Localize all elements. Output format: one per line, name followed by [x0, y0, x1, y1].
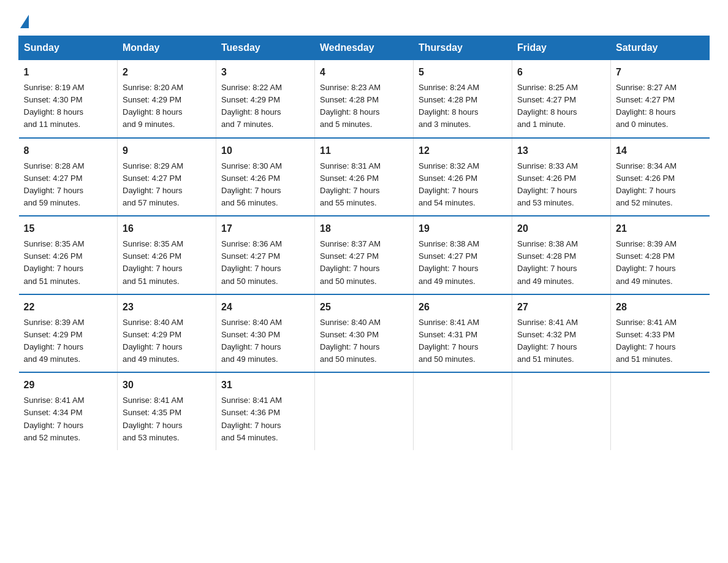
day-number: 23 — [123, 300, 211, 315]
day-info: Sunrise: 8:41 AMSunset: 4:35 PMDaylight:… — [123, 394, 211, 444]
week-row-2: 8Sunrise: 8:28 AMSunset: 4:27 PMDaylight… — [19, 138, 710, 216]
day-number: 17 — [221, 221, 309, 236]
day-info: Sunrise: 8:41 AMSunset: 4:33 PMDaylight:… — [616, 316, 705, 366]
calendar-cell: 24Sunrise: 8:40 AMSunset: 4:30 PMDayligh… — [216, 294, 315, 373]
calendar-cell: 11Sunrise: 8:31 AMSunset: 4:26 PMDayligh… — [315, 138, 414, 216]
day-info: Sunrise: 8:25 AMSunset: 4:27 PMDaylight:… — [517, 82, 605, 131]
calendar-cell: 19Sunrise: 8:38 AMSunset: 4:27 PMDayligh… — [414, 216, 512, 294]
day-info: Sunrise: 8:40 AMSunset: 4:30 PMDaylight:… — [221, 316, 309, 366]
day-number: 6 — [517, 65, 605, 80]
day-info: Sunrise: 8:20 AMSunset: 4:29 PMDaylight:… — [123, 82, 211, 131]
day-number: 2 — [123, 65, 211, 80]
calendar-cell: 30Sunrise: 8:41 AMSunset: 4:35 PMDayligh… — [118, 372, 216, 450]
day-info: Sunrise: 8:31 AMSunset: 4:26 PMDaylight:… — [320, 160, 408, 210]
weekday-header-friday: Friday — [512, 36, 611, 60]
calendar-cell: 16Sunrise: 8:35 AMSunset: 4:26 PMDayligh… — [118, 216, 216, 294]
calendar-cell: 26Sunrise: 8:41 AMSunset: 4:31 PMDayligh… — [414, 294, 512, 373]
day-number: 24 — [221, 300, 309, 315]
calendar-cell: 27Sunrise: 8:41 AMSunset: 4:32 PMDayligh… — [512, 294, 611, 373]
day-info: Sunrise: 8:28 AMSunset: 4:27 PMDaylight:… — [24, 160, 113, 210]
calendar-cell: 7Sunrise: 8:27 AMSunset: 4:27 PMDaylight… — [611, 60, 710, 138]
calendar-cell: 28Sunrise: 8:41 AMSunset: 4:33 PMDayligh… — [611, 294, 710, 373]
week-row-4: 22Sunrise: 8:39 AMSunset: 4:29 PMDayligh… — [19, 294, 710, 373]
day-info: Sunrise: 8:35 AMSunset: 4:26 PMDaylight:… — [123, 238, 211, 288]
day-number: 19 — [419, 221, 507, 236]
day-number: 1 — [24, 65, 113, 80]
day-info: Sunrise: 8:38 AMSunset: 4:27 PMDaylight:… — [419, 238, 507, 288]
weekday-header-wednesday: Wednesday — [315, 36, 414, 60]
day-number: 15 — [24, 221, 113, 236]
day-info: Sunrise: 8:30 AMSunset: 4:26 PMDaylight:… — [221, 160, 309, 210]
weekday-header-row: SundayMondayTuesdayWednesdayThursdayFrid… — [19, 36, 710, 60]
day-number: 11 — [320, 144, 408, 158]
day-info: Sunrise: 8:38 AMSunset: 4:28 PMDaylight:… — [517, 238, 605, 288]
calendar-cell: 13Sunrise: 8:33 AMSunset: 4:26 PMDayligh… — [512, 138, 611, 216]
day-number: 13 — [517, 144, 605, 158]
calendar-cell: 2Sunrise: 8:20 AMSunset: 4:29 PMDaylight… — [118, 60, 216, 138]
calendar-cell — [414, 372, 512, 450]
day-number: 4 — [320, 65, 408, 80]
weekday-header-saturday: Saturday — [611, 36, 710, 60]
logo — [18, 12, 29, 26]
calendar-cell: 12Sunrise: 8:32 AMSunset: 4:26 PMDayligh… — [414, 138, 512, 216]
week-row-5: 29Sunrise: 8:41 AMSunset: 4:34 PMDayligh… — [19, 372, 710, 450]
day-info: Sunrise: 8:40 AMSunset: 4:29 PMDaylight:… — [123, 316, 211, 366]
day-info: Sunrise: 8:37 AMSunset: 4:27 PMDaylight:… — [320, 238, 408, 288]
day-number: 8 — [24, 144, 113, 158]
day-info: Sunrise: 8:40 AMSunset: 4:30 PMDaylight:… — [320, 316, 408, 366]
calendar-cell: 21Sunrise: 8:39 AMSunset: 4:28 PMDayligh… — [611, 216, 710, 294]
calendar-cell: 1Sunrise: 8:19 AMSunset: 4:30 PMDaylight… — [19, 60, 118, 138]
day-info: Sunrise: 8:41 AMSunset: 4:36 PMDaylight:… — [221, 394, 309, 444]
page-header — [18, 12, 710, 26]
day-info: Sunrise: 8:32 AMSunset: 4:26 PMDaylight:… — [419, 160, 507, 210]
calendar-cell: 22Sunrise: 8:39 AMSunset: 4:29 PMDayligh… — [19, 294, 118, 373]
day-number: 18 — [320, 221, 408, 236]
day-info: Sunrise: 8:41 AMSunset: 4:31 PMDaylight:… — [419, 316, 507, 366]
calendar-cell: 18Sunrise: 8:37 AMSunset: 4:27 PMDayligh… — [315, 216, 414, 294]
day-info: Sunrise: 8:41 AMSunset: 4:32 PMDaylight:… — [517, 316, 605, 366]
day-info: Sunrise: 8:41 AMSunset: 4:34 PMDaylight:… — [24, 394, 113, 444]
calendar-cell: 15Sunrise: 8:35 AMSunset: 4:26 PMDayligh… — [19, 216, 118, 294]
calendar-cell: 6Sunrise: 8:25 AMSunset: 4:27 PMDaylight… — [512, 60, 611, 138]
day-number: 27 — [517, 300, 605, 315]
calendar-cell: 3Sunrise: 8:22 AMSunset: 4:29 PMDaylight… — [216, 60, 315, 138]
calendar-cell: 8Sunrise: 8:28 AMSunset: 4:27 PMDaylight… — [19, 138, 118, 216]
day-number: 29 — [24, 378, 113, 393]
calendar-cell: 20Sunrise: 8:38 AMSunset: 4:28 PMDayligh… — [512, 216, 611, 294]
day-info: Sunrise: 8:27 AMSunset: 4:27 PMDaylight:… — [616, 82, 705, 131]
day-info: Sunrise: 8:39 AMSunset: 4:28 PMDaylight:… — [616, 238, 705, 288]
day-number: 5 — [419, 65, 507, 80]
day-number: 30 — [123, 378, 211, 393]
logo-arrow-icon — [20, 15, 29, 28]
calendar-cell: 17Sunrise: 8:36 AMSunset: 4:27 PMDayligh… — [216, 216, 315, 294]
weekday-header-sunday: Sunday — [19, 36, 118, 60]
day-info: Sunrise: 8:35 AMSunset: 4:26 PMDaylight:… — [24, 238, 113, 288]
day-number: 12 — [419, 144, 507, 158]
calendar-cell — [611, 372, 710, 450]
day-info: Sunrise: 8:29 AMSunset: 4:27 PMDaylight:… — [123, 160, 211, 210]
day-number: 25 — [320, 300, 408, 315]
calendar-cell: 14Sunrise: 8:34 AMSunset: 4:26 PMDayligh… — [611, 138, 710, 216]
weekday-header-monday: Monday — [118, 36, 216, 60]
calendar-cell: 5Sunrise: 8:24 AMSunset: 4:28 PMDaylight… — [414, 60, 512, 138]
day-number: 31 — [221, 378, 309, 393]
day-number: 7 — [616, 65, 705, 80]
week-row-3: 15Sunrise: 8:35 AMSunset: 4:26 PMDayligh… — [19, 216, 710, 294]
calendar-table: SundayMondayTuesdayWednesdayThursdayFrid… — [18, 36, 710, 450]
day-number: 3 — [221, 65, 309, 80]
day-info: Sunrise: 8:23 AMSunset: 4:28 PMDaylight:… — [320, 82, 408, 131]
day-info: Sunrise: 8:33 AMSunset: 4:26 PMDaylight:… — [517, 160, 605, 210]
day-info: Sunrise: 8:39 AMSunset: 4:29 PMDaylight:… — [24, 316, 113, 366]
weekday-header-tuesday: Tuesday — [216, 36, 315, 60]
day-number: 22 — [24, 300, 113, 315]
day-info: Sunrise: 8:19 AMSunset: 4:30 PMDaylight:… — [24, 82, 113, 131]
day-number: 26 — [419, 300, 507, 315]
day-info: Sunrise: 8:22 AMSunset: 4:29 PMDaylight:… — [221, 82, 309, 131]
weekday-header-thursday: Thursday — [414, 36, 512, 60]
calendar-cell: 4Sunrise: 8:23 AMSunset: 4:28 PMDaylight… — [315, 60, 414, 138]
calendar-cell: 25Sunrise: 8:40 AMSunset: 4:30 PMDayligh… — [315, 294, 414, 373]
calendar-cell — [315, 372, 414, 450]
day-info: Sunrise: 8:34 AMSunset: 4:26 PMDaylight:… — [616, 160, 705, 210]
day-number: 20 — [517, 221, 605, 236]
day-number: 10 — [221, 144, 309, 158]
